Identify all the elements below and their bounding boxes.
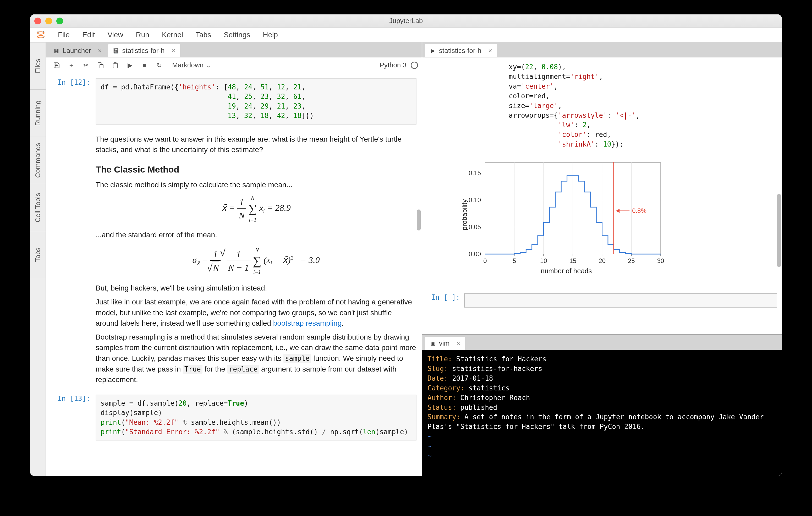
- svg-text:0.15: 0.15: [469, 169, 481, 176]
- scrollbar-thumb[interactable]: [417, 210, 420, 230]
- svg-text:15: 15: [570, 257, 577, 264]
- y-axis-label: probability: [461, 199, 469, 230]
- code-cell[interactable]: In [13]: sample = df.sample(20, replace=…: [54, 395, 416, 441]
- menu-kernel[interactable]: Kernel: [155, 31, 190, 39]
- sidetab-tabs[interactable]: Tabs: [30, 231, 46, 278]
- terminal-tabstrip: ▣ vim ×: [422, 335, 782, 350]
- cut-cell-button[interactable]: ✂: [79, 59, 93, 71]
- tab-label: statistics-for-h: [439, 47, 482, 55]
- app-window: JupyterLab FileEditViewRunKernelTabsSett…: [30, 15, 782, 476]
- kernel-status-icon[interactable]: [411, 62, 418, 69]
- inline-code: sample: [283, 354, 311, 363]
- menu-view[interactable]: View: [101, 31, 129, 39]
- cell-type-select[interactable]: Markdown⌄: [172, 61, 211, 69]
- menu-run[interactable]: Run: [130, 31, 155, 39]
- tab-statistics-for-h[interactable]: 📓statistics-for-h×: [108, 44, 180, 57]
- console-icon: ▶: [430, 48, 436, 54]
- menu-help[interactable]: Help: [256, 31, 284, 39]
- code-input[interactable]: df = pd.DataFrame({'heights': [48, 24, 5…: [96, 78, 416, 125]
- launcher-icon: ▦: [53, 48, 59, 54]
- save-button[interactable]: [50, 59, 64, 71]
- menu-tabs[interactable]: Tabs: [190, 31, 218, 39]
- input-prompt: In [ ]:: [430, 293, 464, 307]
- svg-text:30: 30: [657, 257, 664, 264]
- notebook-panel: ▦Launcher×📓statistics-for-h× ＋ ✂ ▶ ■ ↻ M…: [46, 42, 422, 476]
- svg-text:20: 20: [599, 257, 606, 264]
- tab-label: Launcher: [63, 47, 91, 55]
- code-input[interactable]: sample = df.sample(20, replace=True) dis…: [96, 395, 416, 441]
- svg-text:0.8%: 0.8%: [632, 207, 646, 214]
- inline-code: True: [183, 365, 202, 374]
- tab-label: statistics-for-h: [122, 47, 165, 55]
- math-result: = 3.0: [300, 255, 320, 265]
- chevron-down-icon: ⌄: [206, 61, 211, 69]
- bootstrap-link[interactable]: bootstrap resampling: [273, 319, 342, 327]
- tab-label: vim: [439, 339, 450, 347]
- sidetab-cell-tools[interactable]: Cell Tools: [30, 184, 46, 231]
- paragraph: Bootstrap resampling is a method that si…: [96, 332, 416, 385]
- console-input-cell[interactable]: In [ ]:: [430, 293, 777, 307]
- svg-point-2: [37, 31, 39, 32]
- inline-code: replace: [227, 365, 259, 374]
- notebook-body[interactable]: In [12]: df = pd.DataFrame({'heights': […: [46, 73, 422, 476]
- copy-cell-button[interactable]: [93, 59, 108, 71]
- paragraph: ...and the standard error of the mean.: [96, 230, 416, 240]
- paste-cell-button[interactable]: [108, 59, 122, 71]
- markdown-content: The questions we want to answer in this …: [96, 131, 416, 388]
- math-expression: x̄ = 1N N∑i=1 xi = 28.9: [96, 196, 416, 222]
- console-input[interactable]: [464, 293, 777, 307]
- titlebar: JupyterLab: [30, 15, 782, 28]
- tab-vim[interactable]: ▣ vim ×: [425, 337, 465, 350]
- heading: The Classic Method: [96, 163, 416, 176]
- paragraph: The questions we want to answer in this …: [96, 134, 416, 155]
- math-expression: σx̄ = 1N 1N − 1 N∑i=1 (xi − x̄)2 = 3.0: [96, 246, 416, 275]
- console-output: xy=(22, 0.08), multialignment='right', v…: [422, 57, 782, 334]
- tab-launcher[interactable]: ▦Launcher×: [49, 44, 107, 57]
- cell-type-label: Markdown: [172, 61, 204, 69]
- close-icon[interactable]: ×: [488, 47, 492, 55]
- scrollbar-thumb[interactable]: [777, 194, 781, 267]
- notebook-toolbar: ＋ ✂ ▶ ■ ↻ Markdown⌄ Python 3: [46, 57, 422, 73]
- svg-text:0: 0: [483, 257, 487, 264]
- math-result: = 28.9: [267, 203, 291, 213]
- svg-point-4: [43, 31, 44, 32]
- add-cell-button[interactable]: ＋: [64, 59, 78, 71]
- svg-text:0.00: 0.00: [469, 250, 481, 257]
- sidetab-running[interactable]: Running: [30, 89, 46, 137]
- menu-settings[interactable]: Settings: [218, 31, 256, 39]
- kernel-name[interactable]: Python 3: [380, 61, 407, 69]
- code-cell[interactable]: In [12]: df = pd.DataFrame({'heights': […: [54, 78, 416, 125]
- menu-edit[interactable]: Edit: [76, 31, 101, 39]
- window-title: JupyterLab: [30, 17, 782, 25]
- svg-text:25: 25: [628, 257, 635, 264]
- paragraph: The classic method is simply to calculat…: [96, 180, 416, 190]
- input-prompt: In [12]:: [54, 78, 96, 125]
- terminal[interactable]: Title: Statistics for Hackers Slug: stat…: [422, 350, 782, 476]
- jupyter-logo[interactable]: [35, 29, 46, 40]
- run-button[interactable]: ▶: [123, 59, 137, 71]
- svg-point-3: [43, 37, 44, 38]
- close-icon[interactable]: ×: [98, 47, 102, 55]
- code-fragment: xy=(22, 0.08), multialignment='right', v…: [509, 62, 777, 149]
- svg-text:0.10: 0.10: [469, 196, 481, 203]
- tab-statistics-for-h[interactable]: ▶statistics-for-h×: [425, 44, 497, 57]
- menu-file[interactable]: File: [52, 31, 76, 39]
- right-tabstrip: ▶statistics-for-h×: [422, 42, 782, 57]
- sidetab-commands[interactable]: Commands: [30, 137, 46, 184]
- paragraph: But, being hackers, we'll be using simul…: [96, 283, 416, 294]
- sidetab-files[interactable]: Files: [30, 42, 46, 89]
- right-panel: ▶statistics-for-h× xy=(22, 0.08), multia…: [422, 42, 782, 476]
- svg-text:5: 5: [513, 257, 516, 264]
- close-icon[interactable]: ×: [456, 339, 460, 347]
- probability-chart: probability 0510152025300.000.050.100.15…: [467, 157, 666, 272]
- terminal-icon: ▣: [430, 340, 436, 346]
- svg-text:0.05: 0.05: [469, 223, 481, 230]
- svg-rect-5: [100, 64, 103, 68]
- left-sidebar: FilesRunningCommandsCell ToolsTabs: [30, 42, 46, 476]
- stop-button[interactable]: ■: [138, 59, 152, 71]
- close-icon[interactable]: ×: [171, 47, 175, 55]
- restart-button[interactable]: ↻: [152, 59, 166, 71]
- markdown-cell[interactable]: The questions we want to answer in this …: [54, 131, 416, 388]
- notebook-icon: 📓: [113, 48, 119, 54]
- svg-rect-6: [114, 63, 116, 64]
